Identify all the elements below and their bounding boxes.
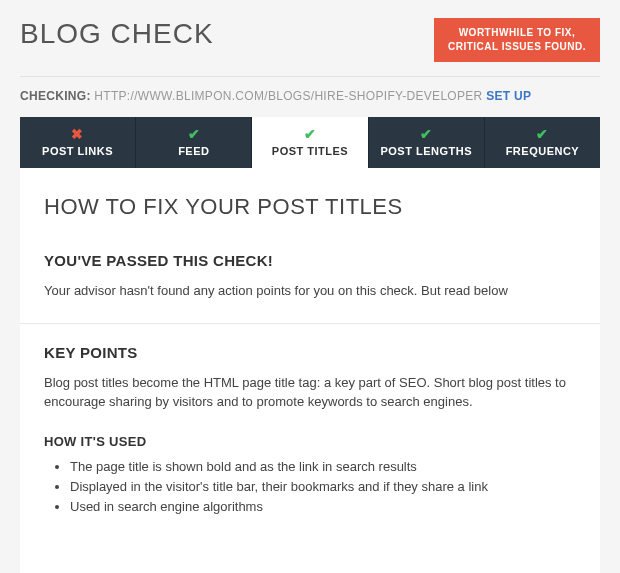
- checking-label: CHECKING:: [20, 89, 91, 103]
- status-line-1: WORTHWHILE TO FIX,: [448, 26, 586, 40]
- list-item: The page title is shown bold and as the …: [70, 457, 576, 477]
- section-keypoints-body: Blog post titles become the HTML page ti…: [44, 373, 576, 412]
- checking-row: CHECKING: HTTP://WWW.BLIMPON.COM/BLOGS/H…: [0, 77, 620, 117]
- tab-label: FEED: [178, 145, 209, 157]
- check-icon: ✔: [256, 127, 363, 141]
- tab-label: POST LENGTHS: [380, 145, 472, 157]
- content-panel: HOW TO FIX YOUR POST TITLES YOU'VE PASSE…: [20, 168, 600, 573]
- tab-feed[interactable]: ✔ FEED: [136, 117, 252, 168]
- tab-post-lengths[interactable]: ✔ POST LENGTHS: [369, 117, 485, 168]
- section-keypoints-title: KEY POINTS: [44, 344, 576, 361]
- section-passed-title: YOU'VE PASSED THIS CHECK!: [44, 252, 576, 269]
- tab-label: POST LINKS: [42, 145, 113, 157]
- howused-list: The page title is shown bold and as the …: [44, 457, 576, 517]
- tab-label: POST TITLES: [272, 145, 348, 157]
- check-icon: ✔: [373, 127, 480, 141]
- status-badge: WORTHWHILE TO FIX, CRITICAL ISSUES FOUND…: [434, 18, 600, 62]
- x-icon: ✖: [24, 127, 131, 141]
- section-divider: [20, 323, 600, 324]
- content-heading: HOW TO FIX YOUR POST TITLES: [44, 194, 576, 220]
- setup-link[interactable]: SET UP: [486, 89, 531, 103]
- check-icon: ✔: [140, 127, 247, 141]
- tab-post-titles[interactable]: ✔ POST TITLES: [252, 117, 368, 168]
- tab-post-links[interactable]: ✖ POST LINKS: [20, 117, 136, 168]
- page-title: BLOG CHECK: [20, 18, 214, 50]
- list-item: Used in search engine algorithms: [70, 497, 576, 517]
- tabs: ✖ POST LINKS ✔ FEED ✔ POST TITLES ✔ POST…: [20, 117, 600, 168]
- status-line-2: CRITICAL ISSUES FOUND.: [448, 40, 586, 54]
- check-icon: ✔: [489, 127, 596, 141]
- section-passed-body: Your advisor hasn't found any action poi…: [44, 281, 576, 301]
- checking-url: HTTP://WWW.BLIMPON.COM/BLOGS/HIRE-SHOPIF…: [94, 89, 482, 103]
- list-item: Displayed in the visitor's title bar, th…: [70, 477, 576, 497]
- section-howused-title: HOW IT'S USED: [44, 434, 576, 449]
- tab-label: FREQUENCY: [506, 145, 580, 157]
- tab-frequency[interactable]: ✔ FREQUENCY: [485, 117, 600, 168]
